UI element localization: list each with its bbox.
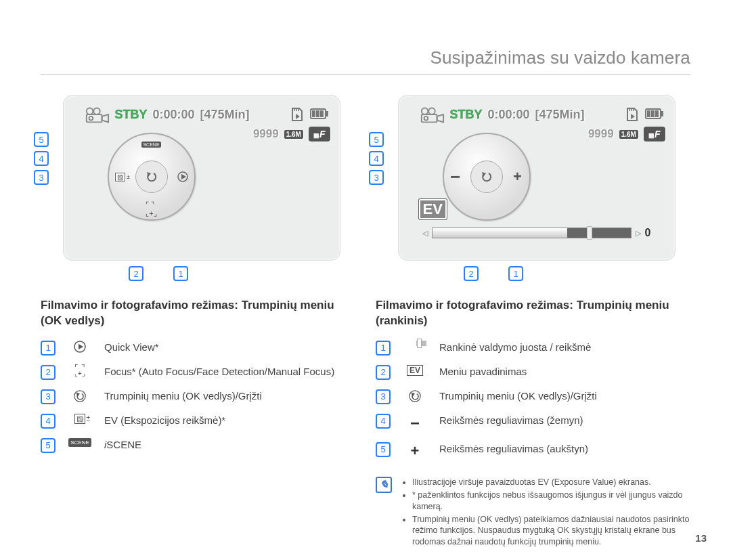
second-row: 9999 1.6M ▦F [253, 127, 330, 142]
undo-icon [470, 160, 503, 193]
triangle-right-icon: ▷ [636, 229, 641, 238]
svg-point-0 [86, 108, 93, 115]
plus-icon: + [508, 167, 527, 186]
callout-2: 2 [129, 266, 143, 281]
plus-icon: + [403, 442, 427, 460]
jog-manual: − + [443, 133, 531, 221]
callout-5: 5 [34, 132, 49, 147]
svg-rect-26 [655, 110, 659, 117]
shots-remaining: 9999 [253, 127, 279, 141]
bottom-callouts: 2 1 [464, 266, 523, 281]
svg-rect-23 [661, 111, 663, 116]
callout-1: 1 [173, 266, 188, 281]
legend-row: 2 ⌜ ⌝⌞+⌟ Focus* (Auto Focus/Face Detecti… [41, 360, 355, 385]
side-callouts: 5 4 3 [369, 132, 384, 189]
figure-manual: STBY 0:00:00 [475Min] 9999 1.6M [376, 95, 690, 261]
shots-remaining: 9999 [588, 127, 614, 141]
left-heading: Filmavimo ir fotografavimo režimas: Trum… [41, 298, 355, 329]
page-number: 13 [695, 532, 707, 544]
camcorder-icon [419, 105, 445, 124]
fine-quality-badge: ▦F [309, 127, 330, 142]
svg-point-18 [428, 108, 435, 115]
play-icon [68, 341, 92, 353]
focus-icon: ⌜ ⌝⌞+⌟ [142, 200, 161, 219]
legend-row: 2 EV Meniu pavadinimas [376, 360, 690, 385]
camcorder-icon [84, 105, 110, 124]
timecode: 0:00:00 [153, 108, 195, 122]
ev-icon: ▨ [115, 173, 125, 181]
ev-value: 0 [645, 227, 651, 239]
svg-marker-11 [181, 174, 186, 179]
bottom-callouts: 2 1 [129, 266, 188, 281]
undo-icon [68, 389, 92, 403]
legend-row: 1 Rankinė valdymo juosta / reikšmė [376, 336, 690, 360]
legend-text: Quick View* [104, 341, 355, 354]
svg-rect-8 [316, 110, 319, 117]
legend-row: 3 Trumpinių meniu (OK vedlys)/Grįžti [376, 385, 690, 409]
legend-row: 5 + Reikšmės reguliavimas (aukštyn) [376, 437, 690, 465]
resolution-badge: 1.6M [284, 130, 303, 139]
minus-icon: − [446, 167, 465, 186]
callout-3: 3 [34, 170, 49, 185]
legend-row: 4 ▨± EV (Ekspozicijos reikšmė)* [41, 409, 355, 433]
svg-point-17 [421, 108, 428, 115]
scene-icon: SCENE [68, 438, 92, 447]
note-bullet: Trumpinių meniu (OK vedlys) pateikiamos … [412, 514, 690, 548]
right-heading: Filmavimo ir fotografavimo režimas: Trum… [376, 298, 690, 329]
stby-label: STBY [450, 108, 483, 122]
play-icon [173, 167, 192, 186]
note-block: ✎ Iliustracijoje viršuje pavaizduotas EV… [376, 477, 690, 549]
side-callouts: 5 4 3 [34, 132, 49, 189]
topbar: STBY 0:00:00 [475Min] [419, 105, 665, 124]
legend-row: 3 Trumpinių meniu (OK vedlys)/Grįžti [41, 385, 355, 409]
undo-icon [135, 160, 168, 193]
triangle-left-icon: ◁ [422, 229, 428, 238]
fine-quality-badge: ▦F [644, 127, 665, 142]
topbar: STBY 0:00:00 [475Min] [84, 105, 330, 124]
jog-ok-guide: SCENE ▨ ⌜ ⌝⌞+⌟ [108, 133, 196, 221]
ev-slider: ◁ ▷ 0 [422, 226, 651, 240]
legend-row: 1 Quick View* [41, 336, 355, 360]
stby-label: STBY [115, 108, 148, 122]
svg-point-20 [424, 116, 428, 121]
svg-rect-9 [320, 110, 324, 117]
resolution-badge: 1.6M [619, 130, 638, 139]
svg-rect-7 [312, 110, 315, 117]
section-title: Susipažinimas su vaizdo kamera [41, 47, 690, 74]
callout-4: 4 [34, 151, 49, 166]
battery-icon [310, 108, 330, 121]
svg-rect-25 [651, 110, 655, 117]
sd-card-icon [290, 106, 305, 123]
svg-marker-4 [296, 114, 300, 119]
time-remaining: [475Min] [200, 108, 250, 122]
legend-number: 1 [41, 341, 56, 356]
ev-icon: ▨± [68, 414, 92, 424]
svg-point-1 [93, 108, 100, 115]
time-remaining: [475Min] [535, 108, 585, 122]
svg-point-3 [89, 116, 93, 121]
svg-marker-21 [631, 114, 635, 119]
slider-icon [403, 341, 427, 346]
sd-card-icon [625, 106, 640, 123]
svg-rect-24 [647, 110, 650, 117]
scene-icon: SCENE [141, 142, 160, 148]
battery-icon [645, 108, 665, 121]
undo-icon [403, 389, 427, 403]
legend-row: 4 − Reikšmės reguliavimas (žemyn) [376, 409, 690, 437]
focus-icon: ⌜ ⌝⌞+⌟ [68, 365, 92, 376]
ev-badge-icon: EV [419, 199, 447, 219]
second-row: 9999 1.6M ▦F [588, 127, 665, 142]
minus-icon: − [403, 414, 427, 433]
timecode: 0:00:00 [488, 108, 530, 122]
svg-rect-6 [326, 111, 328, 116]
legend-row: 5 SCENE iiSCENESCENE [41, 433, 355, 458]
figure-ok-guide: STBY 0:00:00 [475Min] 9999 1.6M [41, 95, 355, 261]
note-bullet: Iliustracijoje viršuje pavaizduotas EV (… [412, 477, 690, 488]
info-icon: ✎ [376, 477, 392, 493]
svg-marker-14 [79, 344, 83, 349]
ev-badge-icon: EV [403, 365, 427, 376]
note-bullet: * paženklintos funkcijos nebus išsaugomo… [412, 490, 690, 513]
